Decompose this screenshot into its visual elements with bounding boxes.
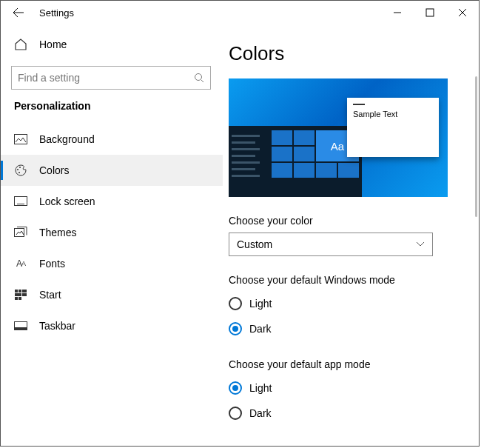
fonts-icon: AA bbox=[14, 257, 27, 270]
radio-label: Dark bbox=[249, 323, 272, 335]
radio-label: Light bbox=[249, 298, 272, 310]
svg-rect-17 bbox=[15, 327, 27, 330]
svg-rect-10 bbox=[18, 290, 21, 292]
titlebar: Settings bbox=[1, 1, 479, 24]
sidebar-item-label: Lock screen bbox=[39, 195, 95, 207]
svg-point-3 bbox=[17, 169, 18, 170]
choose-color-dropdown[interactable]: Custom bbox=[229, 233, 433, 256]
sidebar-item-colors[interactable]: Colors bbox=[1, 155, 223, 186]
main-content: Colors Aa Sample Text bbox=[223, 24, 479, 446]
sidebar-item-taskbar[interactable]: Taskbar bbox=[1, 310, 223, 341]
sidebar-item-label: Start bbox=[39, 289, 61, 301]
radio-label: Dark bbox=[249, 407, 272, 419]
app-mode-light[interactable]: Light bbox=[229, 376, 458, 400]
windows-mode-light[interactable]: Light bbox=[229, 292, 458, 315]
background-icon bbox=[14, 133, 27, 146]
sidebar: Home Find a setting Personalization Back… bbox=[1, 24, 223, 446]
page-title: Colors bbox=[229, 42, 458, 65]
app-mode-dark[interactable]: Dark bbox=[229, 401, 458, 425]
app-title: Settings bbox=[39, 7, 74, 19]
sidebar-item-background[interactable]: Background bbox=[1, 124, 223, 155]
svg-rect-12 bbox=[15, 293, 21, 296]
sidebar-item-label: Background bbox=[39, 133, 95, 145]
sidebar-item-label: Colors bbox=[39, 164, 69, 176]
svg-rect-15 bbox=[18, 297, 21, 300]
maximize-button[interactable] bbox=[414, 1, 446, 24]
section-header: Personalization bbox=[1, 100, 223, 124]
taskbar-icon bbox=[14, 319, 27, 332]
close-button[interactable] bbox=[446, 1, 479, 24]
svg-rect-13 bbox=[22, 293, 27, 296]
lockscreen-icon bbox=[14, 195, 27, 208]
search-icon bbox=[194, 73, 204, 83]
search-input[interactable]: Find a setting bbox=[11, 66, 211, 90]
preview-sample-window: Sample Text bbox=[347, 98, 439, 157]
radio-icon bbox=[229, 322, 242, 335]
sidebar-item-themes[interactable]: Themes bbox=[1, 217, 223, 248]
radio-icon bbox=[229, 381, 242, 395]
start-icon bbox=[14, 288, 27, 301]
back-button[interactable] bbox=[4, 1, 33, 24]
sidebar-item-lockscreen[interactable]: Lock screen bbox=[1, 186, 223, 217]
svg-point-4 bbox=[19, 167, 21, 168]
sidebar-item-fonts[interactable]: AA Fonts bbox=[1, 248, 223, 279]
svg-point-1 bbox=[195, 74, 202, 81]
radio-icon bbox=[229, 297, 242, 310]
search-placeholder: Find a setting bbox=[18, 72, 80, 84]
radio-label: Light bbox=[249, 382, 272, 394]
svg-rect-7 bbox=[17, 204, 24, 204]
themes-icon bbox=[14, 226, 27, 239]
svg-rect-14 bbox=[15, 297, 18, 300]
sidebar-item-start[interactable]: Start bbox=[1, 279, 223, 310]
windows-mode-dark[interactable]: Dark bbox=[229, 317, 458, 341]
windows-mode-label: Choose your default Windows mode bbox=[229, 274, 458, 286]
svg-rect-9 bbox=[15, 290, 18, 292]
home-icon bbox=[14, 38, 27, 51]
app-mode-label: Choose your default app mode bbox=[229, 358, 458, 370]
choose-color-value: Custom bbox=[237, 238, 272, 250]
colors-icon bbox=[14, 164, 27, 177]
choose-color-label: Choose your color bbox=[229, 215, 458, 227]
chevron-down-icon bbox=[416, 241, 425, 247]
radio-icon bbox=[229, 407, 242, 420]
sidebar-item-label: Taskbar bbox=[39, 320, 75, 332]
color-preview: Aa Sample Text bbox=[229, 78, 448, 197]
svg-rect-2 bbox=[15, 135, 27, 144]
svg-rect-11 bbox=[22, 290, 27, 292]
home-button[interactable]: Home bbox=[1, 29, 223, 60]
svg-point-5 bbox=[18, 172, 20, 173]
sidebar-item-label: Fonts bbox=[39, 258, 65, 270]
preview-sample-text: Sample Text bbox=[353, 110, 397, 118]
minimize-button[interactable] bbox=[381, 1, 414, 24]
sidebar-item-label: Themes bbox=[39, 227, 77, 238]
settings-window: Settings Home Find a setti bbox=[0, 0, 480, 447]
scrollbar[interactable] bbox=[475, 76, 477, 217]
svg-rect-0 bbox=[426, 9, 434, 16]
home-label: Home bbox=[39, 39, 67, 50]
